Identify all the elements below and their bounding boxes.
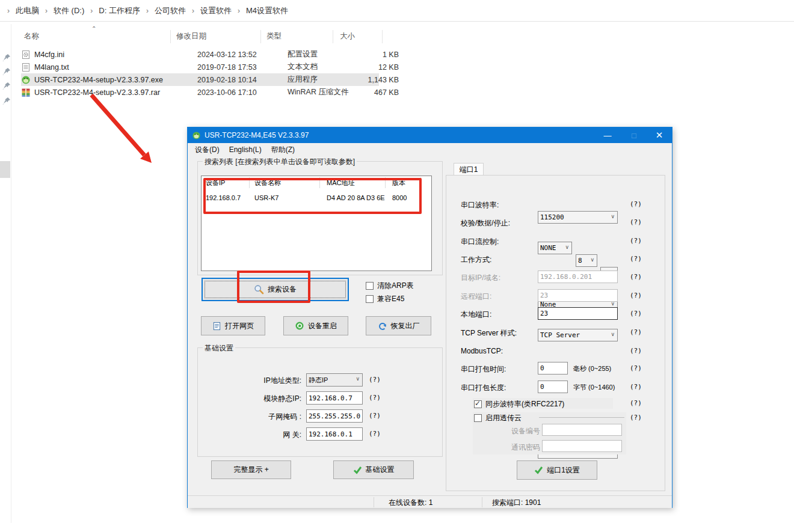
- compat-e45-checkbox[interactable]: 兼容E45: [366, 294, 404, 304]
- sort-ascending-icon: ⌃: [91, 25, 96, 32]
- pin-icon[interactable]: [2, 67, 11, 76]
- open-web-label: 打开网页: [225, 321, 254, 331]
- checkbox-box[interactable]: [474, 400, 482, 408]
- tab-port1[interactable]: 端口1: [454, 163, 484, 176]
- factory-reset-label: 恢复出厂: [391, 321, 420, 331]
- file-date: 2023-10-06 17:10: [197, 88, 257, 97]
- basic-group-label: 基础设置: [203, 343, 235, 353]
- ini-gear-icon: [21, 50, 31, 60]
- file-row-ini[interactable]: M4cfg.ini 2024-03-12 13:52 配置设置 1 KB: [21, 48, 379, 61]
- chevron-right-icon: ›: [144, 7, 151, 15]
- menu-device[interactable]: 设备(D): [190, 144, 224, 156]
- minimize-button[interactable]: —: [599, 127, 617, 143]
- breadcrumb-work[interactable]: D: 工作程序: [95, 4, 144, 17]
- breadcrumb-company[interactable]: 公司软件: [151, 4, 189, 17]
- title-bar[interactable]: USR-TCP232-M4,E45 V2.3.3.97 — □ ✕: [188, 127, 672, 143]
- column-header-type[interactable]: 类型: [266, 31, 282, 41]
- file-row-rar[interactable]: USR-TCP232-M4-setup-V2.3.3.97.rar 2023-1…: [21, 86, 379, 99]
- pack-time-unit: 毫秒 (0~255): [573, 364, 611, 373]
- help-icon[interactable]: (?): [630, 255, 642, 263]
- help-icon[interactable]: (?): [630, 383, 642, 391]
- pack-len-input[interactable]: [538, 381, 568, 393]
- sync-baud-checkbox[interactable]: 同步波特率(类RFC2217): [474, 399, 564, 409]
- close-button[interactable]: ✕: [650, 127, 668, 143]
- port1-set-label: 端口1设置: [547, 465, 580, 475]
- checkbox-box[interactable]: [474, 414, 482, 422]
- pin-icon[interactable]: [2, 82, 11, 90]
- pin-icon[interactable]: [2, 54, 11, 62]
- check-icon: [534, 466, 543, 474]
- column-header-name[interactable]: 名称: [24, 31, 39, 41]
- checkbox-box[interactable]: [366, 282, 374, 290]
- static-ip-input[interactable]: [306, 391, 363, 405]
- basic-settings-button[interactable]: 基础设置: [333, 460, 414, 479]
- factory-reset-button[interactable]: 恢复出厂: [366, 316, 431, 335]
- column-divider[interactable]: [333, 30, 333, 43]
- work-mode-select[interactable]: TCP Server ∨: [538, 329, 618, 341]
- device-restart-button[interactable]: 设备重启: [283, 316, 348, 335]
- menu-english[interactable]: English(L): [224, 144, 266, 155]
- pin-icon[interactable]: [2, 97, 11, 105]
- port1-set-button[interactable]: 端口1设置: [517, 460, 597, 480]
- basic-settings-label: 基础设置: [366, 465, 395, 475]
- subnet-input[interactable]: [306, 409, 363, 423]
- column-divider[interactable]: [382, 30, 383, 43]
- file-size: 12 KB: [336, 63, 399, 72]
- full-display-button[interactable]: 完整显示 +: [211, 460, 291, 479]
- help-icon[interactable]: (?): [630, 218, 642, 226]
- ip-type-select[interactable]: 静态IP ∨: [306, 373, 363, 387]
- help-icon[interactable]: (?): [630, 273, 642, 281]
- parity-select[interactable]: NONE ∨: [538, 242, 572, 254]
- undo-arrow-icon: [378, 321, 387, 331]
- menu-help[interactable]: 帮助(Z): [266, 144, 300, 156]
- file-date: 2019-07-18 17:53: [197, 63, 257, 72]
- file-type: 文本文档: [288, 62, 318, 72]
- parity-label: 校验/数据/停止:: [461, 218, 533, 228]
- help-icon[interactable]: (?): [369, 394, 381, 402]
- gateway-input[interactable]: [306, 427, 363, 441]
- help-icon[interactable]: (?): [630, 414, 642, 421]
- file-size: 467 KB: [336, 88, 399, 97]
- local-port-input[interactable]: [538, 307, 618, 320]
- help-icon[interactable]: (?): [630, 364, 642, 372]
- clear-arp-checkbox[interactable]: 清除ARP表: [366, 281, 414, 291]
- checkbox-box[interactable]: [366, 295, 374, 303]
- file-size: 1 KB: [336, 50, 399, 59]
- maximize-button[interactable]: □: [625, 127, 643, 143]
- scrollbar-thumb[interactable]: [0, 161, 10, 178]
- data-bits-select[interactable]: 8 ∨: [576, 254, 597, 267]
- help-icon[interactable]: (?): [630, 399, 642, 407]
- file-row-exe-selected[interactable]: USR-TCP232-M4-setup-V2.3.3.97.exe 2019-0…: [21, 73, 379, 86]
- check-icon: [353, 466, 362, 474]
- breadcrumb-drive-d[interactable]: 软件 (D:): [50, 4, 88, 17]
- comm-pwd-input: [542, 440, 622, 452]
- breadcrumb-this-pc[interactable]: 此电脑: [12, 4, 43, 17]
- help-icon[interactable]: (?): [369, 430, 381, 438]
- pack-time-input[interactable]: [538, 362, 568, 375]
- chevron-right-icon: ›: [5, 7, 12, 15]
- column-divider[interactable]: [260, 30, 261, 43]
- remote-ip-input: [538, 271, 618, 283]
- file-type: 应用程序: [288, 75, 318, 85]
- open-web-button[interactable]: 打开网页: [201, 316, 265, 335]
- remote-port-label: 远程端口:: [461, 292, 527, 302]
- help-icon[interactable]: (?): [369, 412, 381, 420]
- help-icon[interactable]: (?): [630, 292, 642, 299]
- chevron-down-icon: ∨: [611, 331, 615, 337]
- column-header-date[interactable]: 修改日期: [176, 31, 206, 41]
- help-icon[interactable]: (?): [369, 376, 381, 384]
- breadcrumb-setup[interactable]: 设置软件: [197, 4, 235, 17]
- file-row-txt[interactable]: M4lang.txt 2019-07-18 17:53 文本文档 12 KB: [21, 61, 379, 73]
- chevron-down-icon: ∨: [590, 257, 594, 263]
- device-restart-label: 设备重启: [308, 321, 337, 331]
- breadcrumb-m4[interactable]: M4设置软件: [242, 4, 292, 17]
- column-divider[interactable]: [170, 30, 171, 43]
- help-icon[interactable]: (?): [630, 237, 642, 245]
- help-icon[interactable]: (?): [630, 310, 642, 317]
- column-header-size[interactable]: 大小: [340, 31, 355, 41]
- cloud-checkbox[interactable]: 启用透传云: [474, 413, 522, 423]
- baud-select[interactable]: 115200 ∨: [538, 211, 618, 224]
- help-icon[interactable]: (?): [630, 200, 642, 208]
- help-icon[interactable]: (?): [630, 347, 642, 355]
- help-icon[interactable]: (?): [630, 328, 642, 336]
